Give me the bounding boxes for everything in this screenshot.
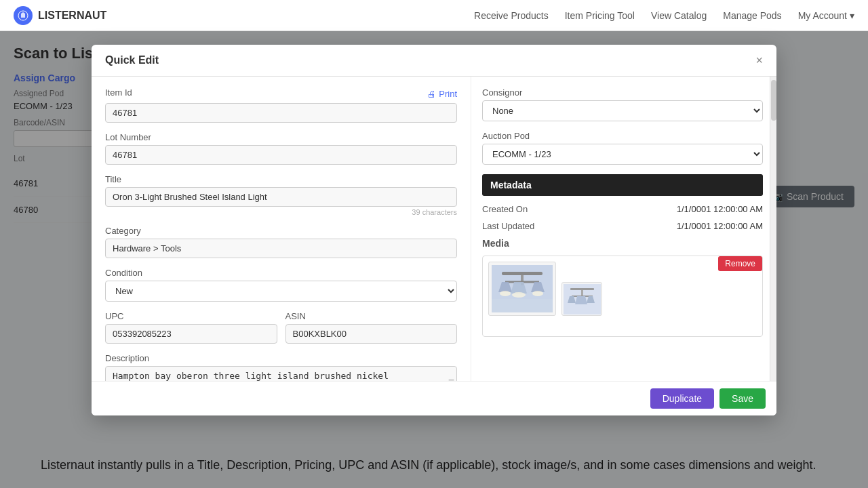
duplicate-button[interactable]: Duplicate	[650, 388, 714, 409]
nav-receive-products[interactable]: Receive Products	[474, 10, 549, 21]
last-updated-row: Last Updated 1/1/0001 12:00:00 AM	[482, 221, 763, 231]
media-title: Media	[482, 238, 763, 249]
lot-number-group: Lot Number	[105, 132, 457, 165]
nav-view-catalog[interactable]: View Catalog	[651, 10, 707, 21]
remove-media-button[interactable]: Remove	[718, 256, 762, 271]
condition-label: Condition	[105, 268, 457, 278]
title-group: Title 39 characters	[105, 174, 457, 216]
brand-name: LISTERNAUT	[38, 9, 106, 22]
item-id-group: Item Id 🖨 Print	[105, 87, 457, 123]
save-button[interactable]: Save	[719, 388, 766, 409]
item-id-input[interactable]	[105, 103, 457, 123]
auction-pod-group: Auction Pod ECOMM - 1/23	[482, 131, 763, 165]
lot-number-input[interactable]	[105, 145, 457, 165]
condition-select[interactable]: New Like New Good Fair Poor	[105, 281, 457, 302]
upc-asin-row: UPC ASIN	[105, 311, 457, 353]
nav-item-pricing-tool[interactable]: Item Pricing Tool	[565, 10, 635, 21]
upc-label: UPC	[105, 311, 277, 321]
description-label: Description	[105, 353, 457, 363]
auction-pod-select[interactable]: ECOMM - 1/23	[482, 144, 763, 165]
nav-my-account[interactable]: My Account ▾	[798, 10, 854, 21]
last-updated-label: Last Updated	[482, 221, 534, 231]
right-scrollbar[interactable]	[770, 77, 776, 415]
chandelier-svg-2	[564, 284, 601, 314]
quick-edit-modal: Quick Edit × Item Id 🖨 Print	[92, 45, 776, 415]
modal-left-panel: Item Id 🖨 Print Lot Number	[92, 77, 471, 415]
upc-group: UPC	[105, 311, 277, 344]
chandelier-svg	[492, 265, 553, 312]
svg-rect-10	[570, 288, 594, 290]
title-input[interactable]	[105, 187, 457, 207]
modal-body: Item Id 🖨 Print Lot Number	[92, 77, 776, 415]
item-id-row: Item Id 🖨 Print	[105, 87, 457, 100]
page-background: Scan to List Assign Cargo Assigned Pod E…	[0, 31, 868, 488]
media-image-2	[561, 282, 602, 316]
metadata-header: Metadata	[482, 174, 763, 196]
modal-title: Quick Edit	[105, 54, 159, 66]
modal-right-panel: Consignor None Auction Pod ECOMM - 1/23 …	[471, 77, 776, 415]
modal-footer: Duplicate Save	[92, 381, 776, 415]
svg-point-6	[512, 292, 526, 298]
category-label: Category	[105, 226, 457, 236]
media-image-1	[488, 262, 556, 316]
created-on-label: Created On	[482, 204, 528, 214]
svg-rect-8	[492, 299, 553, 312]
nav-manage-pods[interactable]: Manage Pods	[723, 10, 781, 21]
category-input[interactable]	[105, 239, 457, 258]
lot-number-label: Lot Number	[105, 132, 457, 142]
created-on-value: 1/1/0001 12:00:00 AM	[677, 204, 763, 214]
last-updated-value: 1/1/0001 12:00:00 AM	[677, 221, 763, 231]
chevron-down-icon: ▾	[850, 10, 854, 21]
title-label: Title	[105, 174, 457, 184]
brand: LISTERNAUT	[14, 6, 106, 25]
consignor-label: Consignor	[482, 87, 763, 98]
item-id-label: Item Id	[105, 87, 132, 98]
upc-input[interactable]	[105, 324, 277, 344]
category-group: Category	[105, 226, 457, 258]
svg-rect-2	[502, 272, 542, 275]
print-link[interactable]: 🖨 Print	[427, 89, 457, 99]
brand-icon	[14, 6, 33, 25]
condition-group: Condition New Like New Good Fair Poor	[105, 268, 457, 302]
consignor-group: Consignor None	[482, 87, 763, 121]
consignor-select[interactable]: None	[482, 100, 763, 121]
auction-pod-label: Auction Pod	[482, 131, 763, 141]
modal-header: Quick Edit ×	[92, 45, 776, 77]
asin-group: ASIN	[285, 311, 458, 344]
right-scrollbar-thumb	[771, 80, 776, 121]
navbar-links: Receive Products Item Pricing Tool View …	[474, 10, 854, 21]
char-count: 39 characters	[105, 208, 457, 216]
svg-point-7	[532, 291, 543, 296]
svg-point-5	[500, 291, 511, 296]
modal-overlay: Quick Edit × Item Id 🖨 Print	[0, 31, 868, 488]
navbar: LISTERNAUT Receive Products Item Pricing…	[0, 0, 868, 31]
created-on-row: Created On 1/1/0001 12:00:00 AM	[482, 204, 763, 214]
modal-close-button[interactable]: ×	[755, 54, 763, 66]
asin-input[interactable]	[285, 324, 458, 344]
media-container: Remove	[482, 256, 763, 337]
asin-label: ASIN	[285, 311, 458, 321]
print-icon: 🖨	[427, 89, 436, 99]
media-grid: Remove	[488, 262, 757, 316]
